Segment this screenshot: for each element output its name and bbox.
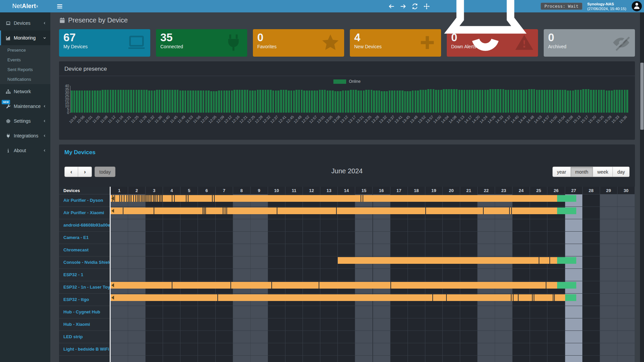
day-column-19 [425, 194, 443, 362]
presence-bar-online[interactable] [111, 282, 557, 289]
view-button-month[interactable]: month [571, 167, 593, 177]
refresh-icon[interactable] [412, 3, 418, 10]
device-row-label[interactable]: ESP32 - ttgo [59, 294, 110, 306]
chart-bar [192, 90, 194, 113]
chart-bar [107, 90, 109, 113]
hamburger-menu-icon[interactable] [56, 3, 63, 10]
sidebar-item-maintenance[interactable]: newMaintenance [0, 99, 50, 114]
chart-bar [94, 90, 96, 113]
stat-card-favorites[interactable]: 0Favorites [253, 29, 344, 57]
chart-bar [556, 90, 558, 113]
prev-month-button[interactable]: ‹ [64, 167, 78, 177]
presence-bar-online[interactable] [111, 294, 565, 301]
notifications-bell[interactable]: 15 [435, 0, 536, 57]
stat-card-my-devices[interactable]: 67My Devices [59, 29, 150, 57]
nav-back-icon[interactable] [388, 3, 395, 10]
presence-bar-current_online[interactable] [557, 282, 576, 289]
chart-bar [283, 90, 285, 113]
sidebar-item-devices[interactable]: Devices [0, 16, 50, 31]
presence-gap-tick [147, 195, 147, 202]
chart-bar [546, 90, 548, 113]
chart-bar [438, 90, 440, 113]
day-column-17 [390, 194, 408, 362]
sidebar-subitem-sent-reports[interactable]: Sent Reports [0, 65, 50, 74]
presence-bar-current_online[interactable] [557, 195, 576, 202]
sidebar-subitem-events[interactable]: Events [0, 55, 50, 65]
device-row-label[interactable]: Hub - Xiaomi [59, 318, 110, 331]
brand-logo[interactable]: NetAlertx [0, 0, 50, 12]
day-column-29 [600, 194, 618, 362]
device-row-label-empty [59, 356, 110, 362]
device-row-label[interactable]: Air Purifier - Dyson [59, 194, 110, 207]
stat-card-connected[interactable]: 35Connected [156, 29, 247, 57]
sidebar-item-about[interactable]: About [0, 143, 50, 158]
day-column-5 [180, 194, 198, 362]
user-avatar[interactable] [631, 1, 642, 12]
chart-bar [267, 90, 269, 113]
continues-left-arrow-icon [111, 283, 114, 287]
view-button-week[interactable]: week [593, 167, 613, 177]
device-row-label[interactable]: Console - Nvidia Shield T [59, 256, 110, 269]
chevron-left-icon [43, 134, 46, 137]
view-button-year[interactable]: year [552, 167, 571, 177]
chart-bar [570, 90, 572, 113]
device-row-label[interactable]: android-68608b93a00e4 [59, 219, 110, 232]
day-header-13: 13 [320, 187, 338, 194]
move-icon[interactable] [423, 3, 430, 10]
presence-bar-current_online[interactable] [557, 207, 576, 214]
day-column-12 [303, 194, 320, 362]
day-column-23 [495, 194, 513, 362]
row-separator [111, 293, 635, 294]
chart-bar [489, 89, 491, 113]
page-scrollbar-track[interactable] [640, 12, 644, 362]
sidebar-item-integrations[interactable]: Integrations [0, 128, 50, 143]
next-month-button[interactable]: › [78, 167, 92, 177]
device-row-label[interactable]: ESP32 - 1n - Laser Toy [59, 281, 110, 294]
chart-bar [554, 90, 556, 113]
sitemap-icon [6, 89, 11, 94]
chart-bar [290, 90, 292, 113]
chart-bar [187, 90, 189, 113]
device-row-label[interactable]: Air Purifier - Xiaomi [59, 207, 110, 219]
chart-bar [174, 90, 176, 113]
chart-bar [239, 90, 241, 113]
chart-bar [368, 90, 370, 113]
device-row-label[interactable]: Light - bedside B WiFi [59, 343, 110, 356]
chart-bar [146, 90, 148, 113]
device-row-label[interactable]: LED strip [59, 331, 110, 343]
sidebar-subitem-notifications[interactable]: Notifications [0, 74, 50, 84]
chart-bar [425, 90, 427, 113]
sidebar-item-network[interactable]: Network [0, 84, 50, 99]
chart-bar [293, 90, 295, 113]
device-row-label[interactable]: Chromecast [59, 244, 110, 256]
day-header-29: 29 [600, 187, 618, 194]
top-navbar: NetAlertx 15 Process: Wait Synology-NAS … [0, 0, 644, 12]
page-scrollbar-thumb[interactable] [640, 63, 644, 130]
presence-bar-current_online[interactable] [557, 257, 576, 264]
chart-bar [337, 91, 339, 113]
chevron-left-icon [43, 119, 46, 123]
chevron-left-icon [43, 21, 46, 25]
day-column-3 [146, 194, 163, 362]
presence-bar-online[interactable] [338, 257, 557, 264]
chart-bar [228, 90, 230, 113]
presence-gap-tick [153, 195, 154, 202]
presence-bar-current_online[interactable] [565, 294, 577, 301]
day-column-7 [216, 194, 233, 362]
chart-bar [445, 89, 447, 113]
today-button[interactable]: today [95, 167, 115, 177]
day-header-18: 18 [408, 187, 425, 194]
chart-bar [399, 90, 401, 113]
nav-forward-icon[interactable] [400, 3, 407, 10]
sidebar-subitem-presence[interactable]: Presence [0, 45, 50, 55]
presence-bar-online[interactable] [111, 195, 557, 202]
device-row-label[interactable]: Hub - Cygnet Hub [59, 306, 110, 318]
sidebar-item-settings[interactable]: Settings [0, 114, 50, 128]
device-row-label[interactable]: ESP32 - 1 [59, 269, 110, 281]
presence-bar-online[interactable] [111, 207, 557, 214]
device-row-label[interactable]: Camera - E1 [59, 232, 110, 244]
sidebar-item-monitoring[interactable]: Monitoring [0, 31, 50, 45]
day-header-19: 19 [425, 187, 443, 194]
chart-bar [120, 90, 122, 113]
view-button-day[interactable]: day [613, 167, 630, 177]
